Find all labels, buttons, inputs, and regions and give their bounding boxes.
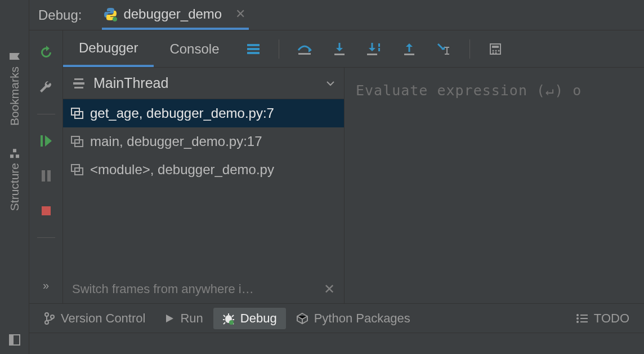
status-bar bbox=[29, 333, 644, 354]
tab-debugger[interactable]: Debugger bbox=[63, 30, 154, 67]
tab-console[interactable]: Console bbox=[154, 30, 235, 67]
packages-icon bbox=[296, 312, 308, 325]
step-into-mycode-icon bbox=[366, 42, 383, 56]
frame-item[interactable]: main, debugger_demo.py:17 bbox=[63, 127, 344, 156]
svg-rect-45 bbox=[580, 321, 588, 322]
svg-rect-26 bbox=[74, 78, 83, 80]
stop-button[interactable] bbox=[37, 201, 56, 220]
svg-rect-27 bbox=[73, 82, 84, 85]
frame-text: <module>, debugger_demo.py bbox=[90, 162, 274, 178]
svg-point-25 bbox=[495, 52, 497, 54]
debug-label: Debug bbox=[240, 311, 277, 326]
thread-icon bbox=[72, 77, 86, 90]
rerun-button[interactable] bbox=[37, 43, 56, 62]
step-out-icon bbox=[402, 42, 417, 56]
svg-rect-41 bbox=[580, 315, 588, 316]
version-control-tool[interactable]: Version Control bbox=[35, 308, 154, 329]
svg-rect-18 bbox=[404, 54, 414, 55]
svg-rect-6 bbox=[41, 135, 43, 147]
bookmark-icon bbox=[9, 51, 20, 61]
svg-rect-9 bbox=[42, 206, 51, 215]
thread-selector[interactable]: MainThread bbox=[63, 68, 344, 99]
separator bbox=[37, 237, 55, 238]
svg-rect-2 bbox=[13, 149, 16, 152]
svg-point-40 bbox=[576, 314, 579, 316]
chevron-down-icon bbox=[326, 81, 335, 86]
svg-rect-14 bbox=[334, 54, 345, 55]
svg-point-23 bbox=[498, 50, 500, 51]
todo-icon bbox=[576, 313, 588, 324]
resume-icon bbox=[39, 134, 53, 148]
debug-tool[interactable]: Debug bbox=[213, 308, 286, 329]
bookmarks-tool[interactable]: Bookmarks bbox=[8, 51, 21, 126]
svg-point-35 bbox=[45, 313, 48, 316]
eval-placeholder: Evaluate expression (↵) o bbox=[356, 82, 582, 99]
step-over-icon bbox=[296, 42, 313, 56]
svg-point-37 bbox=[51, 315, 54, 318]
run-tool[interactable]: Run bbox=[155, 308, 212, 329]
python-packages-label: Python Packages bbox=[314, 311, 410, 326]
step-over-button[interactable] bbox=[295, 39, 314, 59]
frames-list: get_age, debugger_demo.py:7 main, debugg… bbox=[63, 99, 344, 275]
runconfig-tab[interactable]: debugger_demo ✕ bbox=[102, 0, 249, 30]
svg-rect-28 bbox=[74, 87, 83, 88]
pause-button[interactable] bbox=[37, 166, 56, 185]
frame-text: main, debugger_demo.py:17 bbox=[90, 134, 262, 149]
step-into-icon bbox=[332, 42, 347, 56]
svg-point-42 bbox=[576, 317, 579, 320]
evaluate-expression-button[interactable] bbox=[486, 39, 505, 59]
step-into-button[interactable] bbox=[330, 39, 349, 59]
hint-row: Switch frames from anywhere i… ✕ bbox=[63, 275, 344, 303]
debug-tabstrip: Debug: debugger_demo ✕ bbox=[29, 0, 644, 30]
thread-name: MainThread bbox=[93, 75, 168, 91]
separator bbox=[469, 39, 470, 59]
svg-rect-15 bbox=[367, 54, 377, 55]
frame-item[interactable]: get_age, debugger_demo.py:7 bbox=[63, 99, 344, 127]
resume-button[interactable] bbox=[37, 131, 56, 151]
frame-icon bbox=[71, 136, 83, 147]
svg-rect-10 bbox=[247, 44, 260, 46]
svg-rect-12 bbox=[247, 52, 260, 54]
stop-icon bbox=[41, 205, 52, 216]
svg-rect-1 bbox=[16, 154, 19, 158]
wrench-icon bbox=[39, 80, 53, 95]
structure-tool[interactable]: Structure bbox=[8, 148, 21, 211]
debug-controls-column: » bbox=[29, 30, 63, 303]
frame-item[interactable]: <module>, debugger_demo.py bbox=[63, 156, 344, 184]
svg-point-36 bbox=[45, 321, 48, 324]
debugger-toolbar: Debugger Console bbox=[63, 30, 644, 68]
close-tab-button[interactable]: ✕ bbox=[235, 7, 245, 21]
modify-run-config-button[interactable] bbox=[37, 78, 56, 97]
runconfig-name: debugger_demo bbox=[123, 6, 222, 22]
svg-rect-13 bbox=[298, 53, 311, 55]
todo-tool[interactable]: TODO bbox=[567, 308, 638, 329]
threads-icon bbox=[246, 43, 261, 55]
hint-text: Switch frames from anywhere i… bbox=[72, 282, 254, 297]
close-hint-button[interactable]: ✕ bbox=[324, 281, 335, 297]
todo-label: TODO bbox=[594, 311, 629, 326]
svg-rect-0 bbox=[10, 154, 14, 158]
svg-rect-20 bbox=[492, 46, 499, 48]
svg-rect-16 bbox=[378, 43, 380, 47]
svg-point-24 bbox=[493, 52, 494, 54]
structure-label: Structure bbox=[8, 163, 21, 211]
step-out-button[interactable] bbox=[400, 39, 419, 59]
bug-icon bbox=[222, 312, 235, 325]
bottom-toolbar: Version Control Run Debug Python Package… bbox=[29, 303, 644, 333]
evaluate-expression-input[interactable]: Evaluate expression (↵) o bbox=[356, 77, 633, 104]
threads-view-button[interactable] bbox=[244, 39, 263, 59]
svg-rect-11 bbox=[247, 48, 260, 50]
layout-settings-button[interactable] bbox=[8, 334, 21, 346]
run-to-cursor-button[interactable] bbox=[435, 39, 454, 59]
svg-rect-7 bbox=[42, 170, 45, 182]
python-packages-tool[interactable]: Python Packages bbox=[287, 308, 419, 329]
rerun-icon bbox=[38, 45, 54, 60]
more-button[interactable]: » bbox=[43, 279, 49, 292]
calculator-icon bbox=[489, 42, 502, 56]
svg-rect-43 bbox=[580, 318, 588, 319]
run-to-cursor-icon bbox=[436, 42, 453, 56]
frame-icon bbox=[71, 108, 83, 119]
separator bbox=[37, 114, 55, 114]
step-into-mycode-button[interactable] bbox=[365, 39, 384, 59]
variables-panel: Evaluate expression (↵) o bbox=[345, 68, 644, 303]
